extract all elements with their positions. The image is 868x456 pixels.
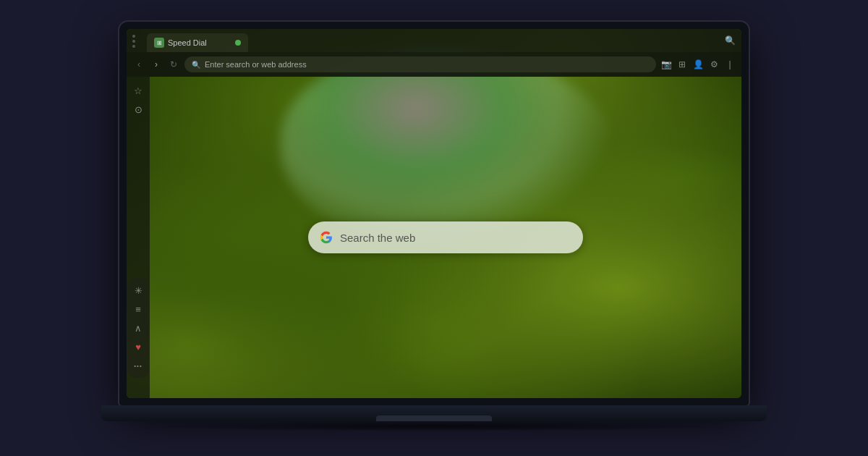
laptop-shadow — [145, 421, 723, 431]
sidebar-tools-group: ✳ ≡ ∧ ♥ ••• — [127, 278, 149, 378]
sidebar-bookmarks-icon[interactable]: ☆ — [130, 83, 146, 98]
browser-chrome: ⊞ Speed Dial 🔍 ‹ › ↻ 🔍 Enter sear — [127, 29, 741, 398]
main-content: Search the web — [150, 77, 741, 398]
address-text: Enter search or web address — [205, 60, 649, 69]
tab-search-icon[interactable]: 🔍 — [725, 35, 736, 46]
search-placeholder-text: Search the web — [340, 232, 571, 244]
sidebar-chevron-icon[interactable]: ∧ — [130, 320, 146, 336]
search-bar[interactable]: Search the web — [308, 221, 583, 253]
tab-active-indicator — [235, 40, 241, 46]
win-dot-2 — [132, 40, 135, 43]
win-dot-1 — [132, 35, 135, 38]
account-icon[interactable]: 👤 — [692, 59, 704, 70]
reload-button[interactable]: ↻ — [167, 58, 180, 71]
browser-tab-active[interactable]: ⊞ Speed Dial — [147, 33, 248, 52]
sidebar-more-icon[interactable]: ••• — [130, 358, 146, 373]
address-search-icon: 🔍 — [192, 61, 200, 69]
back-button[interactable]: ‹ — [132, 58, 145, 71]
tab-title: Speed Dial — [168, 38, 229, 47]
laptop-notch — [376, 415, 492, 421]
extension-icon[interactable]: | — [724, 59, 736, 70]
address-input-wrap[interactable]: 🔍 Enter search or web address — [184, 56, 656, 72]
camera-icon[interactable]: 📷 — [660, 59, 672, 70]
grid-icon[interactable]: ⊞ — [676, 59, 688, 70]
tab-bar: ⊞ Speed Dial 🔍 — [127, 29, 741, 52]
tab-favicon: ⊞ — [154, 38, 164, 48]
toolbar-right: 📷 ⊞ 👤 ⚙ | — [660, 59, 736, 70]
address-bar: ‹ › ↻ 🔍 Enter search or web address 📷 ⊞ … — [127, 52, 741, 77]
tab-bar-right: 🔍 — [725, 33, 736, 46]
win-dot-3 — [132, 45, 135, 48]
screen: ⊞ Speed Dial 🔍 ‹ › ↻ 🔍 Enter sear — [127, 29, 741, 398]
left-sidebar: ☆ ⊙ ✳ ≡ ∧ ♥ ••• — [127, 77, 150, 398]
window-controls — [132, 35, 135, 48]
forward-button[interactable]: › — [150, 58, 163, 71]
sidebar-heart-icon[interactable]: ♥ — [130, 339, 146, 355]
sidebar-menu-icon[interactable]: ≡ — [130, 301, 146, 317]
sidebar-sparkle-icon[interactable]: ✳ — [130, 282, 146, 298]
google-logo — [320, 231, 333, 244]
sidebar-history-icon[interactable]: ⊙ — [130, 101, 146, 117]
settings-icon[interactable]: ⚙ — [708, 59, 720, 70]
laptop-frame: ⊞ Speed Dial 🔍 ‹ › ↻ 🔍 Enter sear — [109, 22, 760, 434]
laptop-base — [101, 405, 767, 421]
screen-bezel: ⊞ Speed Dial 🔍 ‹ › ↻ 🔍 Enter sear — [119, 22, 749, 405]
